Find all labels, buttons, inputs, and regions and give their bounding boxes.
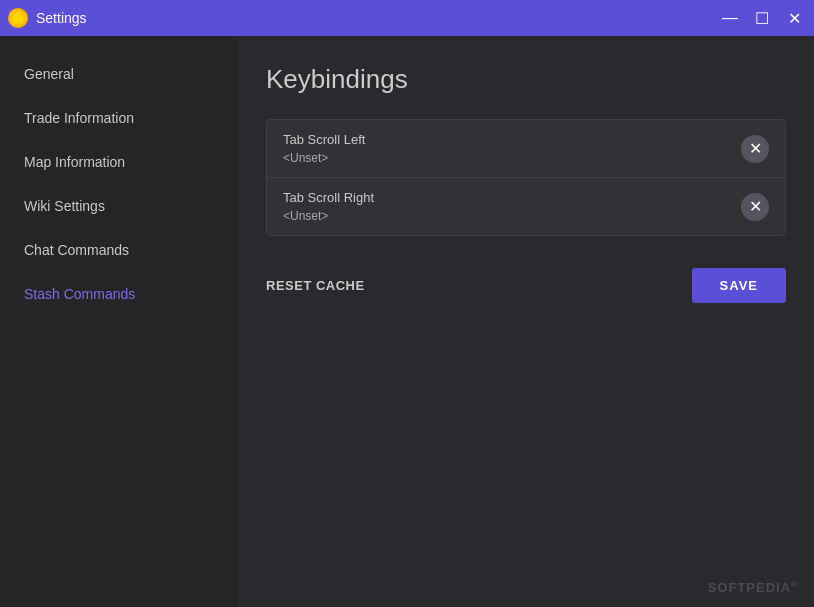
sidebar-item-stash-commands[interactable]: Stash Commands [0,272,238,316]
minimize-button[interactable]: — [718,6,742,30]
close-button[interactable]: ✕ [782,6,806,30]
sidebar-item-chat-commands[interactable]: Chat Commands [0,228,238,272]
keybinding-row-tab-scroll-right: Tab Scroll Right <Unset> ✕ [267,178,785,235]
keybinding-name-1: Tab Scroll Right [283,190,729,205]
save-button[interactable]: SAVE [692,268,786,303]
sidebar-item-trade-label: Trade Information [24,110,134,126]
title-bar-left: Settings [8,8,87,28]
keybinding-name-0: Tab Scroll Left [283,132,729,147]
sidebar-item-map-label: Map Information [24,154,125,170]
app-icon [8,8,28,28]
keybinding-clear-button-0[interactable]: ✕ [741,135,769,163]
keybinding-row-tab-scroll-left: Tab Scroll Left <Unset> ✕ [267,120,785,178]
sidebar-item-wiki-label: Wiki Settings [24,198,105,214]
keybinding-clear-button-1[interactable]: ✕ [741,193,769,221]
sidebar-item-general[interactable]: General [0,52,238,96]
title-bar-controls: — ☐ ✕ [718,6,806,30]
title-bar: Settings — ☐ ✕ [0,0,814,36]
sidebar-item-chat-label: Chat Commands [24,242,129,258]
keybinding-info-left: Tab Scroll Left <Unset> [283,132,729,165]
keybinding-info-right: Tab Scroll Right <Unset> [283,190,729,223]
sidebar-item-wiki-settings[interactable]: Wiki Settings [0,184,238,228]
sidebar-item-stash-label: Stash Commands [24,286,135,302]
main-content: General Trade Information Map Informatio… [0,36,814,607]
maximize-button[interactable]: ☐ [750,6,774,30]
content-area: Keybindings Tab Scroll Left <Unset> ✕ Ta… [238,36,814,607]
sidebar: General Trade Information Map Informatio… [0,36,238,607]
keybinding-value-1: <Unset> [283,209,729,223]
bottom-bar: RESET CACHE SAVE [266,268,786,303]
sidebar-item-trade-information[interactable]: Trade Information [0,96,238,140]
sidebar-item-map-information[interactable]: Map Information [0,140,238,184]
page-title: Keybindings [266,64,786,95]
sidebar-item-general-label: General [24,66,74,82]
reset-cache-button[interactable]: RESET CACHE [266,274,365,297]
title-bar-title: Settings [36,10,87,26]
keybinding-list: Tab Scroll Left <Unset> ✕ Tab Scroll Rig… [266,119,786,236]
keybinding-value-0: <Unset> [283,151,729,165]
